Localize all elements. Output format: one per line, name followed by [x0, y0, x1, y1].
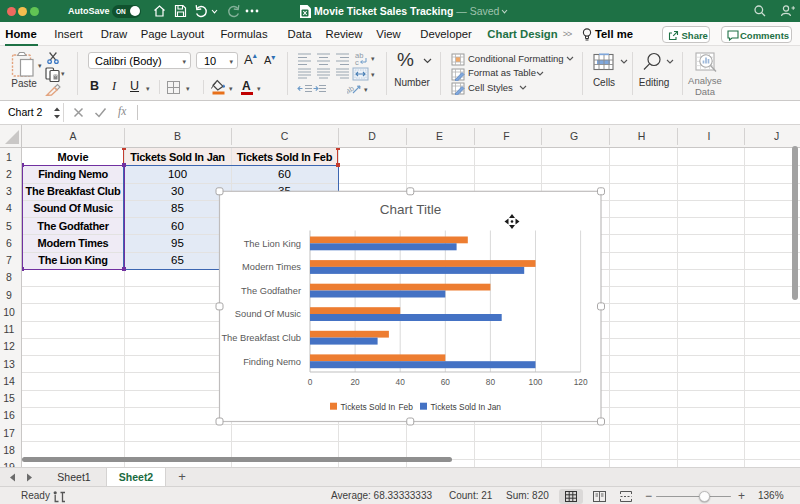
svg-text:Tickets Sold In Jan: Tickets Sold In Jan [431, 402, 502, 412]
svg-text:The Breakfast Club: The Breakfast Club [221, 333, 301, 343]
svg-text:The Godfather: The Godfather [241, 286, 301, 296]
svg-text:80: 80 [486, 377, 496, 387]
svg-text:120: 120 [574, 377, 588, 387]
svg-text:60: 60 [441, 377, 451, 387]
svg-text:Modern Times: Modern Times [242, 262, 301, 272]
svg-text:Sound Of Music: Sound Of Music [235, 309, 301, 319]
svg-text:100: 100 [529, 377, 543, 387]
svg-text:ab: ab [347, 84, 355, 95]
svg-text:Chart Title: Chart Title [380, 202, 442, 217]
svg-text:c: c [355, 58, 359, 66]
svg-text:0: 0 [308, 377, 313, 387]
svg-text:Tickets Sold In Feb: Tickets Sold In Feb [341, 402, 414, 412]
svg-text:Finding Nemo: Finding Nemo [243, 357, 301, 367]
svg-text:20: 20 [350, 377, 360, 387]
svg-text:The Lion King: The Lion King [244, 239, 301, 249]
svg-text:40: 40 [396, 377, 406, 387]
